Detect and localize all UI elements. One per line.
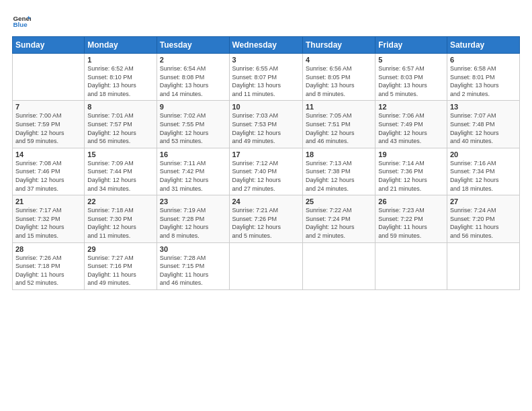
day-number: 28 bbox=[15, 245, 81, 253]
calendar-cell: 30Sunrise: 7:28 AM Sunset: 7:15 PM Dayli… bbox=[157, 242, 229, 289]
day-number: 17 bbox=[232, 150, 300, 158]
day-info: Sunrise: 7:08 AM Sunset: 7:46 PM Dayligh… bbox=[15, 159, 81, 193]
calendar-cell: 4Sunrise: 6:56 AM Sunset: 8:05 PM Daylig… bbox=[302, 54, 375, 101]
day-number: 11 bbox=[306, 103, 372, 111]
day-info: Sunrise: 7:24 AM Sunset: 7:20 PM Dayligh… bbox=[450, 206, 517, 240]
day-number: 27 bbox=[450, 197, 517, 205]
calendar-cell: 25Sunrise: 7:22 AM Sunset: 7:24 PM Dayli… bbox=[302, 195, 375, 242]
weekday-header-monday: Monday bbox=[85, 37, 157, 54]
weekday-header-row: SundayMondayTuesdayWednesdayThursdayFrid… bbox=[13, 37, 520, 54]
logo-icon: General Blue bbox=[12, 12, 31, 31]
day-info: Sunrise: 7:14 AM Sunset: 7:36 PM Dayligh… bbox=[378, 159, 444, 193]
day-info: Sunrise: 7:07 AM Sunset: 7:48 PM Dayligh… bbox=[450, 111, 517, 145]
day-number: 13 bbox=[450, 103, 517, 111]
day-number: 15 bbox=[87, 150, 153, 158]
day-number: 25 bbox=[306, 197, 372, 205]
calendar-cell: 9Sunrise: 7:02 AM Sunset: 7:55 PM Daylig… bbox=[157, 101, 229, 148]
day-info: Sunrise: 7:18 AM Sunset: 7:30 PM Dayligh… bbox=[87, 206, 153, 240]
day-info: Sunrise: 6:54 AM Sunset: 8:08 PM Dayligh… bbox=[160, 64, 226, 98]
day-number: 22 bbox=[87, 197, 153, 205]
day-info: Sunrise: 7:23 AM Sunset: 7:22 PM Dayligh… bbox=[378, 206, 444, 240]
calendar-cell: 18Sunrise: 7:13 AM Sunset: 7:38 PM Dayli… bbox=[302, 148, 375, 195]
day-number: 26 bbox=[378, 197, 444, 205]
day-info: Sunrise: 6:56 AM Sunset: 8:05 PM Dayligh… bbox=[306, 64, 372, 98]
calendar-cell bbox=[375, 242, 447, 289]
week-row-4: 21Sunrise: 7:17 AM Sunset: 7:32 PM Dayli… bbox=[13, 195, 520, 242]
day-number: 2 bbox=[160, 56, 226, 64]
calendar-cell: 3Sunrise: 6:55 AM Sunset: 8:07 PM Daylig… bbox=[229, 54, 302, 101]
calendar-cell: 28Sunrise: 7:26 AM Sunset: 7:18 PM Dayli… bbox=[13, 242, 85, 289]
day-number: 30 bbox=[160, 245, 226, 253]
weekday-header-saturday: Saturday bbox=[447, 37, 519, 54]
calendar-cell bbox=[13, 54, 85, 101]
calendar-cell: 11Sunrise: 7:05 AM Sunset: 7:51 PM Dayli… bbox=[302, 101, 375, 148]
day-info: Sunrise: 7:09 AM Sunset: 7:44 PM Dayligh… bbox=[87, 159, 153, 193]
day-info: Sunrise: 7:01 AM Sunset: 7:57 PM Dayligh… bbox=[87, 111, 153, 145]
calendar-cell bbox=[447, 242, 519, 289]
calendar-cell: 8Sunrise: 7:01 AM Sunset: 7:57 PM Daylig… bbox=[85, 101, 157, 148]
day-info: Sunrise: 7:22 AM Sunset: 7:24 PM Dayligh… bbox=[306, 206, 372, 240]
day-number: 6 bbox=[450, 56, 517, 64]
day-info: Sunrise: 7:26 AM Sunset: 7:18 PM Dayligh… bbox=[15, 254, 81, 287]
calendar-cell: 16Sunrise: 7:11 AM Sunset: 7:42 PM Dayli… bbox=[157, 148, 229, 195]
top-section: General Blue bbox=[12, 12, 520, 31]
day-number: 14 bbox=[15, 150, 81, 158]
calendar-cell: 29Sunrise: 7:27 AM Sunset: 7:16 PM Dayli… bbox=[85, 242, 157, 289]
day-info: Sunrise: 7:02 AM Sunset: 7:55 PM Dayligh… bbox=[160, 111, 226, 145]
week-row-2: 7Sunrise: 7:00 AM Sunset: 7:59 PM Daylig… bbox=[13, 101, 520, 148]
day-info: Sunrise: 7:17 AM Sunset: 7:32 PM Dayligh… bbox=[15, 206, 81, 240]
day-info: Sunrise: 7:19 AM Sunset: 7:28 PM Dayligh… bbox=[160, 206, 226, 240]
week-row-5: 28Sunrise: 7:26 AM Sunset: 7:18 PM Dayli… bbox=[13, 242, 520, 289]
week-row-3: 14Sunrise: 7:08 AM Sunset: 7:46 PM Dayli… bbox=[13, 148, 520, 195]
day-number: 10 bbox=[232, 103, 300, 111]
day-info: Sunrise: 7:11 AM Sunset: 7:42 PM Dayligh… bbox=[160, 159, 226, 193]
day-info: Sunrise: 7:00 AM Sunset: 7:59 PM Dayligh… bbox=[15, 111, 81, 145]
day-number: 7 bbox=[15, 103, 81, 111]
svg-text:Blue: Blue bbox=[13, 21, 28, 28]
calendar-cell: 2Sunrise: 6:54 AM Sunset: 8:08 PM Daylig… bbox=[157, 54, 229, 101]
logo: General Blue bbox=[12, 12, 31, 31]
calendar-cell: 20Sunrise: 7:16 AM Sunset: 7:34 PM Dayli… bbox=[447, 148, 519, 195]
calendar-cell: 24Sunrise: 7:21 AM Sunset: 7:26 PM Dayli… bbox=[229, 195, 302, 242]
day-number: 19 bbox=[378, 150, 444, 158]
day-info: Sunrise: 6:52 AM Sunset: 8:10 PM Dayligh… bbox=[87, 64, 153, 98]
day-info: Sunrise: 6:58 AM Sunset: 8:01 PM Dayligh… bbox=[450, 64, 517, 98]
day-info: Sunrise: 7:16 AM Sunset: 7:34 PM Dayligh… bbox=[450, 159, 517, 193]
day-info: Sunrise: 7:13 AM Sunset: 7:38 PM Dayligh… bbox=[306, 159, 372, 193]
calendar-cell: 21Sunrise: 7:17 AM Sunset: 7:32 PM Dayli… bbox=[13, 195, 85, 242]
calendar-cell: 5Sunrise: 6:57 AM Sunset: 8:03 PM Daylig… bbox=[375, 54, 447, 101]
calendar-cell: 7Sunrise: 7:00 AM Sunset: 7:59 PM Daylig… bbox=[13, 101, 85, 148]
weekday-header-wednesday: Wednesday bbox=[229, 37, 302, 54]
calendar-cell: 27Sunrise: 7:24 AM Sunset: 7:20 PM Dayli… bbox=[447, 195, 519, 242]
calendar-cell bbox=[302, 242, 375, 289]
day-number: 3 bbox=[232, 56, 300, 64]
day-info: Sunrise: 7:27 AM Sunset: 7:16 PM Dayligh… bbox=[87, 254, 153, 287]
calendar: SundayMondayTuesdayWednesdayThursdayFrid… bbox=[12, 36, 520, 290]
weekday-header-thursday: Thursday bbox=[302, 37, 375, 54]
day-number: 18 bbox=[306, 150, 372, 158]
calendar-cell: 26Sunrise: 7:23 AM Sunset: 7:22 PM Dayli… bbox=[375, 195, 447, 242]
day-number: 29 bbox=[87, 245, 153, 253]
day-number: 16 bbox=[160, 150, 226, 158]
day-info: Sunrise: 7:21 AM Sunset: 7:26 PM Dayligh… bbox=[232, 206, 300, 240]
day-info: Sunrise: 7:03 AM Sunset: 7:53 PM Dayligh… bbox=[232, 111, 300, 145]
weekday-header-friday: Friday bbox=[375, 37, 447, 54]
day-info: Sunrise: 7:12 AM Sunset: 7:40 PM Dayligh… bbox=[232, 159, 300, 193]
weekday-header-sunday: Sunday bbox=[13, 37, 85, 54]
day-number: 24 bbox=[232, 197, 300, 205]
weekday-header-tuesday: Tuesday bbox=[157, 37, 229, 54]
calendar-cell: 13Sunrise: 7:07 AM Sunset: 7:48 PM Dayli… bbox=[447, 101, 519, 148]
calendar-cell: 23Sunrise: 7:19 AM Sunset: 7:28 PM Dayli… bbox=[157, 195, 229, 242]
day-info: Sunrise: 7:06 AM Sunset: 7:49 PM Dayligh… bbox=[378, 111, 444, 145]
calendar-cell: 15Sunrise: 7:09 AM Sunset: 7:44 PM Dayli… bbox=[85, 148, 157, 195]
calendar-cell: 1Sunrise: 6:52 AM Sunset: 8:10 PM Daylig… bbox=[85, 54, 157, 101]
day-number: 12 bbox=[378, 103, 444, 111]
day-number: 4 bbox=[306, 56, 372, 64]
day-number: 9 bbox=[160, 103, 226, 111]
day-number: 20 bbox=[450, 150, 517, 158]
week-row-1: 1Sunrise: 6:52 AM Sunset: 8:10 PM Daylig… bbox=[13, 54, 520, 101]
calendar-cell: 12Sunrise: 7:06 AM Sunset: 7:49 PM Dayli… bbox=[375, 101, 447, 148]
day-number: 23 bbox=[160, 197, 226, 205]
day-number: 1 bbox=[87, 56, 153, 64]
calendar-cell: 19Sunrise: 7:14 AM Sunset: 7:36 PM Dayli… bbox=[375, 148, 447, 195]
